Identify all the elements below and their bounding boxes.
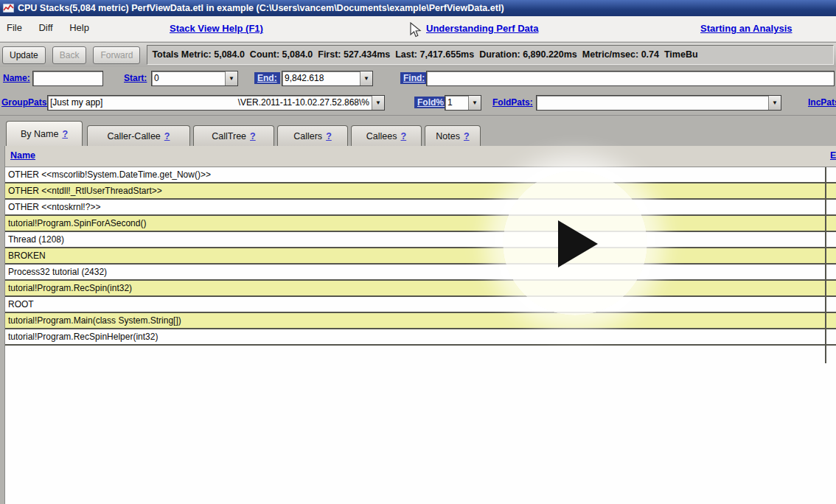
back-button[interactable]: Back (52, 46, 87, 64)
perfview-cpu-stacks-window: CPU Stacks(5,084 metric) PerfViewData.et… (0, 0, 836, 504)
understanding-perf-data-link[interactable]: Understanding Perf Data (426, 23, 538, 34)
name-filter-input[interactable] (32, 71, 103, 86)
column-header-name[interactable]: Name (10, 150, 35, 161)
grouppats-combobox[interactable]: [Just my app] \VER.2011-11-10.02.27.52.8… (47, 95, 385, 111)
tab-caller-callee[interactable]: Caller-Callee ? (87, 125, 190, 146)
find-filter-link[interactable]: Find: (400, 72, 428, 84)
tab-help-link[interactable]: ? (250, 131, 256, 141)
table-row[interactable]: OTHER <<ntoskrnl!?>> (5, 200, 836, 216)
stack-view-help-link[interactable]: Stack View Help (F1) (170, 23, 263, 34)
foldpct-value[interactable]: 1 (445, 96, 468, 110)
start-dropdown-icon[interactable]: ▼ (225, 71, 237, 85)
app-chart-icon (3, 4, 14, 13)
table-header: Name E (5, 146, 836, 167)
mouse-cursor-icon (410, 22, 422, 38)
start-filter-link[interactable]: Start: (124, 73, 147, 83)
start-combobox[interactable]: 0 ▼ (151, 71, 238, 86)
menu-file[interactable]: File (0, 16, 29, 33)
table-row[interactable]: tutorial!Program.RecSpinHelper(int32) (5, 329, 836, 346)
end-dropdown-icon[interactable]: ▼ (360, 71, 372, 85)
incpats-link[interactable]: IncPats: (808, 97, 836, 108)
table-row[interactable]: tutorial!Program.SpinForASecond() (5, 216, 836, 232)
end-filter-link[interactable]: End: (254, 72, 280, 84)
tab-help-link[interactable]: ? (326, 131, 332, 141)
tab-help-link[interactable]: ? (401, 131, 407, 141)
foldpats-value[interactable] (537, 96, 768, 110)
start-value[interactable]: 0 (152, 71, 225, 85)
end-value[interactable]: 9,842.618 (282, 71, 360, 85)
tab-calltree[interactable]: CallTree ? (193, 125, 274, 146)
table-row[interactable]: OTHER <<mscorlib!System.DateTime.get_Now… (5, 167, 836, 183)
column-divider (825, 167, 826, 363)
find-input[interactable] (426, 71, 835, 86)
grouppats-dropdown-icon[interactable]: ▼ (372, 96, 384, 110)
starting-an-analysis-link[interactable]: Starting an Analysis (700, 23, 793, 34)
foldpats-combobox[interactable]: ▼ (536, 95, 781, 111)
tab-label: By Name (21, 129, 58, 139)
tab-label: Callees (366, 131, 397, 141)
tab-callees[interactable]: Callees ? (351, 125, 422, 146)
tab-help-link[interactable]: ? (164, 131, 170, 141)
foldpct-dropdown-icon[interactable]: ▼ (468, 96, 481, 110)
foldpct-combobox[interactable]: 1 ▼ (445, 95, 481, 111)
foldpats-link[interactable]: FoldPats: (492, 97, 533, 108)
table-row[interactable]: tutorial!Program.RecSpin(int32) (5, 281, 836, 297)
table-row[interactable]: tutorial!Program.Main(class System.Strin… (5, 313, 836, 329)
table-row[interactable]: OTHER <<ntdll!_RtlUserThreadStart>> (5, 183, 836, 200)
grouppats-value-right[interactable]: \VER.2011-11-10.02.27.52.868\% (238, 97, 369, 108)
tab-help-link[interactable]: ? (464, 131, 470, 141)
filter-row-2: GroupPats: [Just my app] \VER.2011-11-10… (0, 91, 836, 116)
forward-button[interactable]: Forward (93, 46, 140, 64)
update-button[interactable]: Update (2, 46, 46, 64)
name-filter-link[interactable]: Name: (3, 73, 30, 83)
play-icon[interactable] (558, 220, 598, 267)
tab-notes[interactable]: Notes ? (425, 125, 481, 146)
menu-diff[interactable]: Diff (32, 16, 59, 33)
filter-row-1: Name: Start: 0 ▼ End: 9,842.618 ▼ Find: (0, 67, 836, 91)
table-row[interactable]: BROKEN (5, 248, 836, 265)
table-row[interactable]: Process32 tutorial (2432) (5, 265, 836, 281)
title-bar: CPU Stacks(5,084 metric) PerfViewData.et… (0, 0, 836, 16)
byname-table: Name E OTHER <<mscorlib!System.DateTime.… (4, 146, 836, 504)
table-rows: OTHER <<mscorlib!System.DateTime.get_Now… (5, 167, 836, 346)
tab-label: Notes (436, 131, 460, 141)
tab-help-link[interactable]: ? (62, 129, 68, 139)
totals-stats: Totals Metric: 5,084.0 Count: 5,084.0 Fi… (147, 45, 834, 65)
tab-by-name[interactable]: By Name ? (6, 121, 83, 146)
column-header-exc[interactable]: E (830, 150, 836, 161)
tab-label: CallTree (212, 131, 246, 141)
table-row[interactable]: ROOT (5, 297, 836, 313)
menu-help[interactable]: Help (63, 16, 96, 33)
tab-callers[interactable]: Callers ? (277, 125, 348, 146)
toolbar: Update Back Forward Totals Metric: 5,084… (0, 42, 836, 67)
tab-strip: By Name ? Caller-Callee ? CallTree ? Cal… (0, 116, 836, 146)
end-combobox[interactable]: 9,842.618 ▼ (282, 71, 373, 86)
window-title: CPU Stacks(5,084 metric) PerfViewData.et… (18, 3, 504, 13)
foldpats-dropdown-icon[interactable]: ▼ (768, 96, 781, 110)
grouppats-link[interactable]: GroupPats: (1, 97, 49, 108)
grouppats-value[interactable]: [Just my app] (50, 97, 238, 108)
tab-label: Callers (293, 131, 322, 141)
table-row[interactable]: Thread (1208) (5, 232, 836, 248)
tab-label: Caller-Callee (108, 131, 161, 141)
